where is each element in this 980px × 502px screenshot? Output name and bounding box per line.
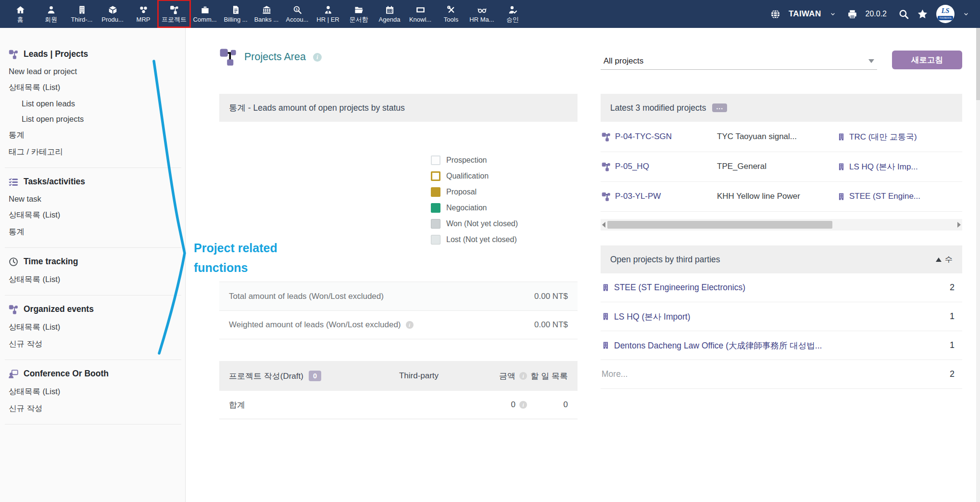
horizontal-scrollbar[interactable] [601, 219, 962, 231]
sidebar-item-status-list[interactable]: 상태목록 (List) [9, 206, 182, 223]
sidebar-item-status-list[interactable]: 상태목록 (List) [9, 383, 182, 400]
nav-item-banks[interactable]: Banks ... [251, 1, 282, 26]
info-icon[interactable]: i [519, 372, 527, 380]
project-filter-select[interactable]: All projects [601, 52, 877, 70]
project-network-icon [219, 48, 237, 66]
nav-item-accounting[interactable]: Accou... [282, 1, 313, 26]
page-title-row: Projects Area i [219, 48, 322, 66]
region-selector[interactable]: TAIWAN [789, 9, 821, 19]
project-code-link[interactable]: P-04-TYC-SGN [615, 132, 672, 142]
third-party-link[interactable]: Dentons Dacheng Law Office (大成律師事務所 대성법.… [614, 340, 822, 351]
table-row[interactable]: STEE (ST Engineering Electronics) 2 [601, 273, 962, 302]
nav-item-third-party[interactable]: Third-... [66, 1, 97, 26]
user-check-icon [508, 5, 517, 14]
more-options-badge[interactable]: ... [712, 103, 727, 112]
tools-icon [447, 5, 456, 14]
sidebar-item-statistics[interactable]: 통계 [9, 127, 182, 143]
scroll-right-arrow-icon[interactable] [957, 222, 961, 228]
sidebar-item-status-list[interactable]: 상태목록 (List) [9, 319, 182, 335]
conference-presenter-icon [9, 369, 18, 379]
chevron-down-icon[interactable] [829, 12, 836, 16]
nav-item-hr-er[interactable]: HR | ER [313, 1, 343, 26]
refresh-button[interactable]: 새로고침 [892, 51, 962, 69]
briefcase-icon [201, 5, 210, 14]
nav-item-commerce[interactable]: Comm... [189, 1, 220, 26]
sidebar-item-list-open-leads[interactable]: List open leads [9, 96, 182, 111]
nav-item-mrp[interactable]: MRP [128, 1, 159, 26]
legend-label: Prospection [446, 156, 487, 165]
weighted-amount-label: Weighted amount of leads (Won/Lost exclu… [229, 320, 401, 330]
sidebar-item-new-lead-or-project[interactable]: New lead or project [9, 64, 182, 79]
legend-item[interactable]: Proposal [431, 184, 518, 200]
open-project-count: 1 [950, 340, 955, 350]
nav-item-products[interactable]: Produ... [97, 1, 128, 26]
sidebar-item-new-entry[interactable]: 신규 작성 [9, 335, 182, 352]
sort-control[interactable]: 수 [936, 255, 953, 265]
nav-item-members[interactable]: 회원 [36, 1, 66, 26]
third-party-link[interactable]: LS HQ (본사 Import) [614, 311, 691, 322]
scroll-left-arrow-icon[interactable] [602, 222, 605, 228]
table-row[interactable]: P-04-TYC-SGN TYC Taoyuan signal... TRC (… [601, 122, 962, 152]
sidebar-item-list-open-projects[interactable]: List open projects [9, 111, 182, 127]
main-content: Projects Area i 통계 - Leads amount of ope… [186, 28, 976, 502]
project-filter-row: All projects 새로고침 [601, 51, 962, 73]
nav-item-agenda[interactable]: Agenda [374, 1, 405, 26]
nav-label: 승인 [506, 16, 519, 23]
third-party-link[interactable]: TRC (대만 교통국) [849, 131, 917, 142]
window-scrollbar-thumb[interactable] [976, 28, 980, 100]
info-icon[interactable]: i [406, 321, 414, 329]
nav-item-hr-management[interactable]: HR Ma... [466, 1, 497, 26]
project-network-icon [9, 305, 18, 314]
globe-icon [770, 9, 780, 19]
nav-item-approval[interactable]: 승인 [497, 1, 528, 26]
sidebar-item-new-entry[interactable]: 신규 작성 [9, 400, 182, 417]
third-party-link[interactable]: LS HQ (본사 Imp... [849, 161, 918, 172]
info-icon[interactable]: i [313, 53, 322, 62]
section-title: Organized events [24, 304, 94, 314]
search-icon[interactable] [899, 9, 909, 19]
draft-table-header: 프로젝트 작성(Draft) 0 Third-party 금액i 할 일 목록 [219, 361, 578, 391]
table-row[interactable]: LS HQ (본사 Import) 1 [601, 302, 962, 331]
project-name: TYC Taoyuan signal... [717, 132, 837, 142]
table-row[interactable]: P-05_HQ TPE_General LS HQ (본사 Imp... [601, 152, 962, 182]
project-code-link[interactable]: P-03-YL-PW [615, 192, 661, 201]
more-link[interactable]: More... [602, 369, 628, 379]
legend-item[interactable]: Negociation [431, 200, 518, 216]
nav-item-projects-active[interactable]: 프로젝트 [159, 1, 189, 26]
logo-region: TAIWAN [938, 16, 953, 20]
legend-item[interactable]: Lost (Not yet closed) [431, 232, 518, 247]
printer-icon[interactable] [847, 9, 857, 19]
legend-item[interactable]: Prospection [431, 152, 518, 168]
table-row[interactable]: More... 2 [601, 360, 962, 389]
sidebar-divider [5, 167, 181, 168]
star-icon[interactable] [917, 9, 928, 20]
project-code-link[interactable]: P-05_HQ [615, 162, 649, 171]
nav-item-documents[interactable]: 문서함 [343, 1, 374, 26]
legend-item[interactable]: Won (Not yet closed) [431, 216, 518, 232]
table-row[interactable]: P-03-YL-PW KHH Yellow line Power STEE (S… [601, 181, 962, 212]
company-logo[interactable]: LS TAIWAN [936, 5, 955, 23]
project-name: KHH Yellow line Power [717, 192, 837, 201]
top-navbar: 홈 회원 Third-... Produ... MRP 프로젝트 Comm...… [0, 0, 980, 28]
info-icon[interactable]: i [519, 401, 527, 409]
nav-item-tools[interactable]: Tools [436, 1, 466, 26]
sidebar-item-status-list[interactable]: 상태목록 (List) [9, 271, 182, 288]
scrollbar-thumb[interactable] [607, 221, 832, 229]
account-chevron-icon[interactable] [963, 12, 969, 16]
sidebar-item-tags-categories[interactable]: 태그 / 카테고리 [9, 143, 182, 160]
third-party-link[interactable]: STEE (ST Engine... [849, 192, 920, 201]
third-party-link[interactable]: STEE (ST Engineering Electronics) [614, 283, 745, 293]
open-projects-title: Open projects by third parties [610, 255, 720, 265]
sidebar-item-statistics[interactable]: 통계 [9, 223, 182, 240]
sidebar-item-new-task[interactable]: New task [9, 191, 182, 206]
nav-item-knowledge[interactable]: Knowl... [405, 1, 436, 26]
nav-label: Third-... [71, 16, 93, 23]
table-row[interactable]: Dentons Dacheng Law Office (大成律師事務所 대성법.… [601, 331, 962, 360]
sidebar-item-status-list[interactable]: 상태목록 (List) [9, 79, 182, 96]
nav-item-billing[interactable]: Billing ... [220, 1, 251, 26]
legend-item[interactable]: Qualification [431, 168, 518, 184]
nav-item-home[interactable]: 홈 [5, 1, 36, 26]
draft-title: 프로젝트 작성(Draft) [229, 371, 303, 382]
user-tie-icon [324, 5, 333, 14]
section-title: Leads | Projects [24, 49, 88, 59]
